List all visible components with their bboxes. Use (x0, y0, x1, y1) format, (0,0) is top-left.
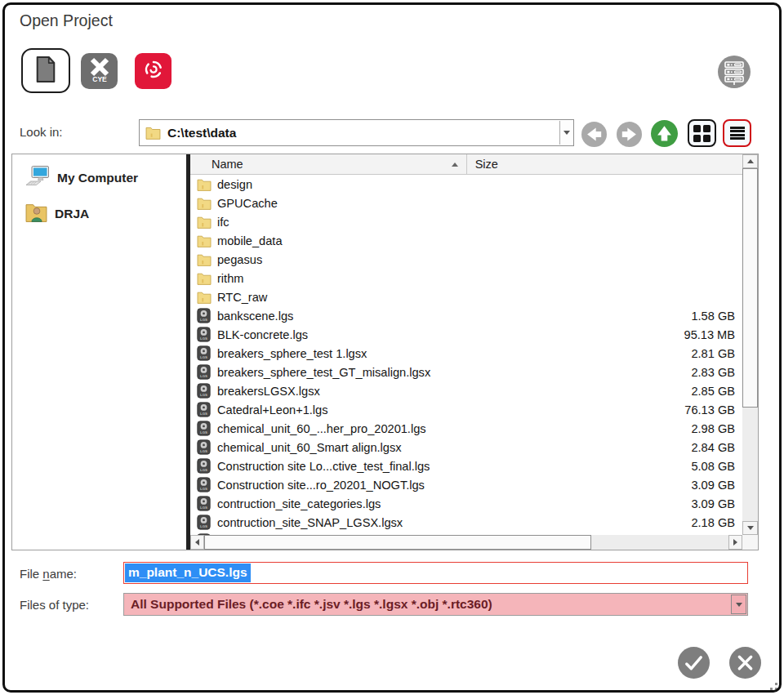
lgs-file-icon: LGS (197, 496, 213, 512)
file-size: 2.83 GB (691, 366, 742, 379)
up-button[interactable] (651, 120, 678, 147)
folder-icon (197, 270, 213, 287)
file-size: 1.58 GB (691, 310, 742, 323)
lgs-file-icon: LGS (197, 364, 213, 381)
selected-text: m_plant_n_UCS.lgs (125, 564, 251, 582)
file-name: mobile_data (217, 234, 735, 247)
file-name: breakersLGSX.lgsx (217, 385, 691, 398)
table-row[interactable]: LGS mobile_data (190, 231, 742, 250)
resize-grip[interactable] (766, 679, 777, 690)
file-name: contruction_site_SNAP_LGSX.lgsx (217, 516, 691, 529)
scroll-right-button[interactable] (728, 535, 742, 550)
computer-icon (25, 165, 50, 190)
scroll-down-button[interactable] (742, 521, 758, 535)
svg-text:LGS: LGS (200, 506, 207, 510)
file-size: 2.84 GB (691, 441, 742, 454)
files-of-type-dropdown-arrow[interactable] (731, 595, 746, 614)
svg-text:LGS: LGS (200, 336, 207, 341)
horizontal-scrollbar[interactable] (190, 535, 742, 550)
column-header-size[interactable]: Size (475, 158, 498, 171)
file-name: breakers_sphere_test_GT_misalign.lgsx (217, 366, 691, 379)
table-row[interactable]: LGS chemical_unit_60_Smart align.lgsx 2.… (190, 438, 742, 457)
vertical-scrollbar-thumb[interactable] (742, 168, 758, 408)
svg-text:LGS: LGS (200, 524, 207, 528)
cancel-button[interactable] (729, 647, 761, 679)
svg-text:LGS: LGS (200, 355, 207, 359)
back-button[interactable] (581, 122, 607, 147)
lgs-file-icon: LGS (197, 421, 213, 437)
sidebar-item-drja[interactable]: DRJA (12, 196, 186, 232)
svg-text:LGS: LGS (200, 487, 207, 491)
x-icon (729, 647, 761, 679)
table-row[interactable]: LGS breakers_sphere_test_GT_misalign.lgs… (190, 363, 742, 381)
file-name: chemical_unit_60_Smart align.lgsx (217, 441, 691, 454)
table-row[interactable]: LGS pegasus (190, 250, 742, 269)
table-row[interactable]: LGS breakers_sphere_test 1.lgsx 2.81 GB (190, 344, 742, 363)
server-icon (716, 78, 752, 92)
server-browse-button[interactable] (716, 54, 752, 90)
svg-text:LGS: LGS (200, 318, 207, 322)
scrollbar-corner (742, 535, 758, 550)
files-of-type-label: Files of type: (20, 598, 89, 612)
svg-text:LGS: LGS (200, 449, 207, 453)
file-name: RTC_raw (217, 291, 735, 304)
file-name: bankscene.lgs (217, 310, 691, 323)
cye-x-icon: CYE (85, 55, 114, 87)
up-arrow-icon (651, 120, 678, 147)
cye-project-button[interactable]: CYE (81, 53, 118, 89)
svg-text:LGS: LGS (200, 393, 207, 397)
table-row[interactable]: LGS chemical_unit_60_...her_pro_20201.lg… (190, 419, 742, 438)
new-document-button[interactable] (21, 48, 70, 93)
folder-icon (197, 289, 213, 305)
table-row[interactable]: LGS contruction_site_categories.lgs 3.09… (190, 494, 742, 513)
file-name-input[interactable]: m_plant_n_UCS.lgs (123, 562, 748, 584)
lgs-file-icon: LGS (197, 327, 213, 343)
check-icon (678, 647, 710, 679)
file-name: pegasus (217, 253, 735, 266)
scroll-left-button[interactable] (190, 535, 204, 550)
files-of-type-dropdown[interactable]: All Supported Files (*.coe *.ifc *.jsv *… (123, 593, 748, 616)
list-view-button[interactable] (723, 119, 751, 147)
table-row[interactable]: LGS contruction_site_SNAP_LGSX.lgsx 2.18… (190, 513, 742, 532)
look-in-combobox[interactable]: C:\test\data (139, 119, 574, 146)
table-row[interactable]: LGS GPUCache (190, 194, 742, 212)
lgs-file-icon: LGS (197, 383, 213, 399)
horizontal-scrollbar-thumb[interactable] (204, 535, 591, 550)
look-in-label: Look in: (20, 125, 63, 139)
table-row[interactable]: LGS Catedral+Leon+1.lgs 76.13 GB (190, 400, 742, 419)
lgs-file-icon: LGS (197, 477, 213, 493)
table-row[interactable]: LGS Construction site Lo...ctive_test_fi… (190, 457, 742, 475)
scroll-up-button[interactable] (742, 154, 758, 168)
back-arrow-icon (581, 122, 607, 147)
sort-ascending-icon (452, 163, 458, 167)
table-row[interactable]: LGS RTC_raw (190, 287, 742, 306)
files-of-type-value: All Supported Files (*.coe *.ifc *.jsv *… (131, 597, 492, 612)
file-size: 2.81 GB (691, 347, 742, 360)
forward-button[interactable] (617, 122, 642, 147)
look-in-dropdown-arrow[interactable] (559, 121, 572, 145)
svg-text:LGS: LGS (200, 468, 207, 472)
table-row[interactable]: LGS breakersLGSX.lgsx 2.85 GB (190, 381, 742, 400)
file-size: 2.18 GB (691, 516, 742, 529)
lgs-file-icon: LGS (197, 308, 213, 324)
table-row[interactable]: LGS BLK-concrete.lgs 95.13 MB (190, 325, 742, 344)
ok-button[interactable] (678, 647, 710, 679)
vertical-scrollbar[interactable] (742, 154, 758, 535)
column-header-name[interactable]: Name (212, 158, 243, 171)
table-row[interactable]: LGS ifc (190, 212, 742, 231)
grid-view-button[interactable] (688, 119, 716, 147)
table-row[interactable]: LGS bankscene.lgs 1.58 GB (190, 306, 742, 325)
sidebar-item-my-computer[interactable]: My Computer (12, 159, 186, 196)
grid-view-icon (693, 125, 710, 142)
document-icon (34, 56, 57, 87)
file-name: GPUCache (217, 197, 735, 210)
file-name-label: File name: (20, 567, 77, 581)
file-browser: My Computer DRJA Name Size (11, 154, 759, 550)
cyclone-swirl-icon (140, 56, 167, 87)
svg-text:CYE: CYE (92, 75, 107, 83)
folder-icon (197, 195, 213, 212)
table-row[interactable]: LGS design (190, 175, 742, 194)
cyclone-project-button[interactable] (135, 53, 172, 89)
table-row[interactable]: LGS Construction site...ro_20201_NOGT.lg… (190, 475, 742, 494)
table-row[interactable]: LGS rithm (190, 269, 742, 287)
